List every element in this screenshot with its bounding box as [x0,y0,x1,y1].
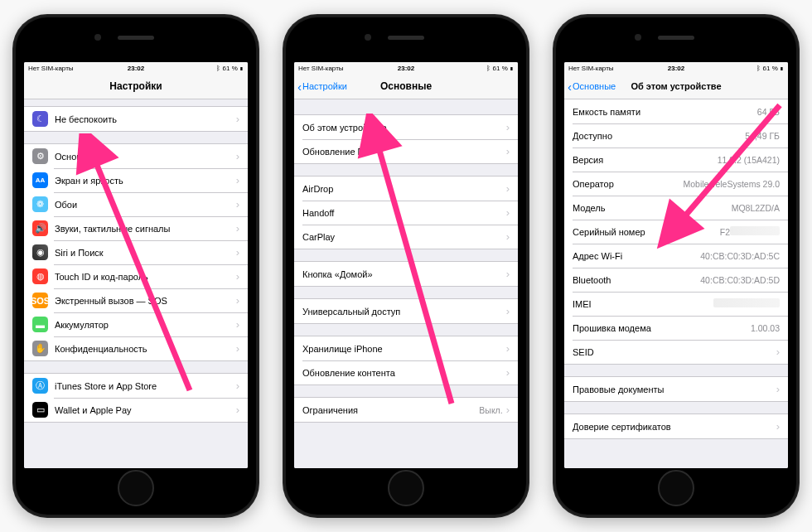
row-value: 11.0.2 (15A421) [718,155,780,165]
row-wallet[interactable]: ▭ Wallet и Apple Pay › [24,398,248,422]
row-modem-firmware: Прошивка модема 1.00.03 [564,316,788,340]
settings-content[interactable]: ☾ Не беспокоить › ⚙ Основные › AA Экран … [24,99,248,468]
status-right: ᛒ 61 % ▮ [756,65,784,72]
row-display[interactable]: AA Экран и яркость › [24,168,248,192]
row-label: Bluetooth [573,275,700,285]
row-software-update[interactable]: Обновление ПО › [294,139,518,163]
battery-icon: ▮ [510,65,514,72]
row-label: Обновление ПО [302,147,503,157]
home-button[interactable] [388,470,424,506]
front-camera [365,34,371,41]
row-restrictions[interactable]: Ограничения Выкл. › [294,398,518,422]
row-itunes[interactable]: Ⓐ iTunes Store и App Store › [24,374,248,398]
row-value: 54,49 ГБ [745,131,780,141]
row-label: Адрес Wi-Fi [573,251,700,261]
chevron-right-icon: › [506,343,510,354]
row-handoff[interactable]: Handoff › [294,201,518,225]
phone-frame-2: Нет SIM-карты 23:02 ᛒ 61 % ▮ ‹ Настройки… [283,14,529,518]
chevron-right-icon: › [776,384,780,394]
chevron-right-icon: › [236,404,239,415]
row-label: Конфиденциальность [55,344,233,354]
row-siri[interactable]: ◉ Siri и Поиск › [24,240,248,264]
chevron-right-icon: › [236,151,239,162]
chevron-left-icon: ‹ [297,80,302,93]
row-about[interactable]: Об этом устройстве › [294,115,518,139]
row-value: 40:CB:C0:3D:AD:5D [700,275,780,285]
chevron-right-icon: › [236,114,239,124]
home-button[interactable] [658,470,694,506]
row-value [713,298,780,309]
chevron-right-icon: › [506,404,510,415]
row-bluetooth: Bluetooth 40:CB:C0:3D:AD:5D [564,268,788,292]
row-value: F2 [720,226,780,237]
row-label: CarPlay [302,232,503,242]
row-battery[interactable]: ▬ Аккумулятор › [24,312,248,336]
chevron-right-icon: › [776,346,780,357]
chevron-right-icon: › [236,319,239,330]
row-label: Версия [573,155,718,165]
screen-general: Нет SIM-карты 23:02 ᛒ 61 % ▮ ‹ Настройки… [294,62,518,468]
chevron-right-icon: › [506,268,510,279]
row-label: Правовые документы [573,384,773,394]
row-carrier: Оператор Mobile TeleSystems 29.0 [564,172,788,196]
front-camera [635,34,641,41]
bluetooth-icon: ᛒ [486,65,491,72]
row-label: Звуки, тактильные сигналы [55,224,233,234]
row-label: Прошивка модема [573,323,751,333]
row-general[interactable]: ⚙ Основные › [24,144,248,168]
bluetooth-icon: ᛒ [216,65,220,72]
nav-back-button[interactable]: ‹ Основные [568,80,616,93]
status-right: ᛒ 61 % ▮ [216,65,244,72]
appstore-icon: Ⓐ [32,378,48,394]
status-bar: Нет SIM-карты 23:02 ᛒ 61 % ▮ [24,62,248,74]
row-accessibility[interactable]: Универсальный доступ › [294,299,518,323]
row-wallpaper[interactable]: ❁ Обои › [24,192,248,216]
row-storage[interactable]: Хранилище iPhone › [294,336,518,360]
row-sos[interactable]: SOS Экстренный вызов — SOS › [24,288,248,312]
status-time: 23:02 [668,65,684,72]
nav-title: Основные [380,80,432,92]
nav-bar: ‹ Основные Об этом устройстве [564,74,788,99]
general-content[interactable]: Об этом устройстве › Обновление ПО › Air… [294,99,518,468]
chevron-right-icon: › [506,231,510,242]
chevron-right-icon: › [506,207,510,218]
about-content[interactable]: Емкость памяти 64 ГБ Доступно 54,49 ГБ В… [564,99,788,468]
nav-back-button[interactable]: ‹ Настройки [297,80,347,93]
phone-frame-1: Нет SIM-карты 23:02 ᛒ 61 % ▮ Настройки ☾… [12,14,259,518]
row-value: 64 ГБ [757,107,780,117]
speaker-slot [658,36,694,40]
row-value: 1.00.03 [751,323,780,333]
wallet-icon: ▭ [32,402,48,418]
nav-back-label: Основные [573,81,616,91]
home-button[interactable] [118,470,154,506]
row-home-button[interactable]: Кнопка «Домой» › [294,262,518,286]
row-carplay[interactable]: CarPlay › [294,225,518,249]
row-value: Mobile TeleSystems 29.0 [683,179,780,189]
row-label: Siri и Поиск [55,248,233,258]
row-airdrop[interactable]: AirDrop › [294,177,518,201]
row-touchid[interactable]: ◍ Touch ID и код-пароль › [24,264,248,288]
row-cert-trust[interactable]: Доверие сертификатов › [564,414,788,438]
row-label: AirDrop [302,184,503,194]
chevron-right-icon: › [506,306,510,317]
battery-percent: 61 % [223,65,238,72]
row-seid[interactable]: SEID › [564,340,788,364]
row-privacy[interactable]: ✋ Конфиденциальность › [24,336,248,360]
row-label: Не беспокоить [55,114,233,124]
row-label: Оператор [573,179,683,189]
row-label: Доверие сертификатов [573,422,773,432]
row-do-not-disturb[interactable]: ☾ Не беспокоить › [24,107,248,131]
row-content-update[interactable]: Обновление контента › [294,360,518,384]
chevron-right-icon: › [236,343,239,354]
battery-icon: ▮ [239,65,244,72]
sos-icon: SOS [32,293,48,308]
chevron-right-icon: › [236,295,239,306]
speaker-slot [388,36,424,40]
row-label: Touch ID и код-пароль [55,272,233,282]
row-label: Емкость памяти [573,107,757,117]
row-sounds[interactable]: 🔊 Звуки, тактильные сигналы › [24,216,248,240]
row-legal[interactable]: Правовые документы › [564,377,788,401]
row-label: Wallet и Apple Pay [55,405,233,415]
redacted-icon [730,226,780,235]
row-label: Обновление контента [302,368,503,378]
